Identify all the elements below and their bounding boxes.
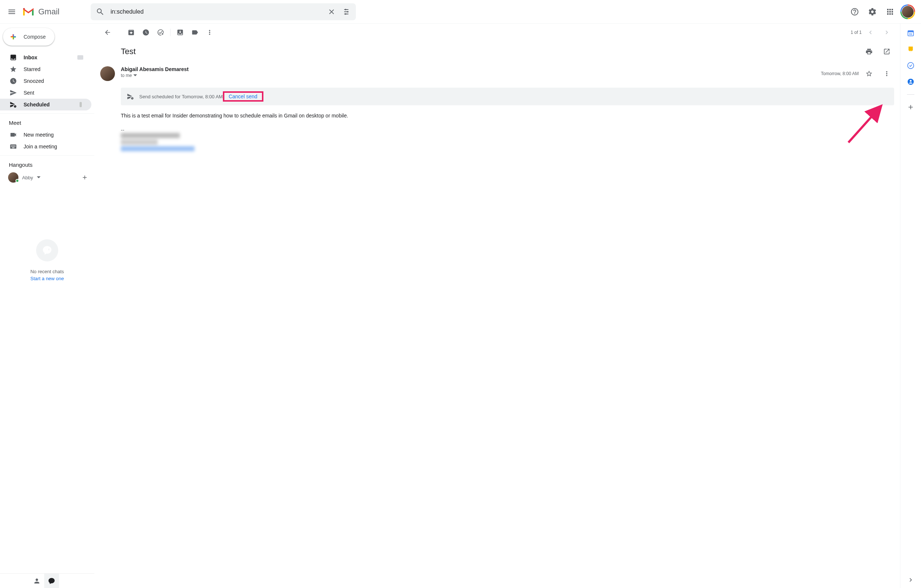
nav-inbox[interactable]: Inbox [0, 52, 91, 63]
older-button[interactable] [879, 25, 894, 40]
dots-vertical-icon [883, 70, 890, 77]
nav-join-meeting[interactable]: Join a meeting [0, 141, 91, 153]
nav-label: Snoozed [24, 78, 44, 84]
gmail-logo-area[interactable]: Gmail [21, 7, 91, 16]
chevron-down-icon [37, 175, 41, 179]
snooze-button[interactable] [138, 25, 153, 40]
move-inbox-icon [176, 29, 184, 36]
no-chats-text: No recent chats [30, 269, 64, 274]
print-icon [866, 48, 873, 55]
sidebar: Compose Inbox Starred Snoozed Sent [0, 24, 94, 588]
sender-avatar [100, 66, 115, 81]
recipient-line[interactable]: to me [121, 73, 189, 78]
hangouts-user-row[interactable]: Abby [0, 171, 94, 184]
hangouts-user-avatar [8, 172, 18, 183]
rail-calendar-button[interactable]: 31 [907, 29, 914, 37]
close-icon [327, 8, 335, 16]
apps-button[interactable] [883, 5, 897, 19]
open-in-new-icon [883, 48, 890, 55]
add-to-tasks-button[interactable] [153, 25, 168, 40]
annotation-arrow [845, 102, 889, 146]
support-button[interactable] [847, 5, 862, 19]
message-timestamp: Tomorrow, 8:00 AM [821, 71, 859, 76]
rail-separator [907, 94, 914, 95]
rail-add-button[interactable] [907, 104, 914, 111]
main-menu-button[interactable] [3, 3, 21, 21]
star-icon [10, 65, 17, 73]
nav-scheduled[interactable]: Scheduled [0, 99, 91, 110]
search-input[interactable] [107, 8, 324, 15]
nav-snoozed[interactable]: Snoozed [0, 75, 91, 87]
open-new-window-button[interactable] [879, 44, 894, 59]
no-chats-area: No recent chats Start a new one [0, 239, 94, 281]
hangouts-heading: Hangouts [0, 159, 94, 171]
nav-label: Join a meeting [24, 144, 57, 149]
pagination-counter: 1 of 1 [851, 30, 862, 35]
search-button[interactable] [93, 5, 107, 19]
print-button[interactable] [862, 44, 876, 59]
gmail-wordmark: Gmail [38, 7, 59, 16]
nav-new-meeting[interactable]: New meeting [0, 129, 91, 141]
chevron-right-icon [907, 576, 914, 583]
nav-sent[interactable]: Sent [0, 87, 91, 99]
chat-bubble-icon [48, 577, 55, 585]
main-panel: 1 of 1 Test [94, 24, 900, 588]
more-actions-button[interactable] [202, 25, 217, 40]
message-more-button[interactable] [879, 66, 894, 81]
search-options-button[interactable] [339, 5, 354, 19]
gear-icon [868, 7, 877, 16]
back-button[interactable] [100, 25, 115, 40]
settings-button[interactable] [865, 5, 880, 19]
gmail-logo-icon [22, 7, 35, 16]
archive-icon [127, 29, 135, 36]
clear-search-button[interactable] [324, 5, 339, 19]
inbox-count-badge [77, 55, 83, 60]
start-new-chat-link[interactable]: Start a new one [0, 276, 94, 281]
new-conversation-button[interactable] [80, 172, 90, 183]
account-button[interactable] [900, 5, 915, 19]
message-toolbar: 1 of 1 [94, 24, 900, 41]
clock-icon [142, 29, 150, 36]
schedule-send-icon [127, 93, 134, 100]
annotation-highlight: Cancel send [223, 91, 264, 102]
rail-contacts-button[interactable] [907, 78, 914, 85]
star-message-button[interactable] [862, 66, 876, 81]
apps-grid-icon [886, 7, 895, 16]
side-panel: 31 [900, 24, 921, 588]
cancel-send-button[interactable]: Cancel send [226, 92, 260, 101]
svg-point-2 [345, 13, 346, 15]
signature-separator: -- [121, 127, 894, 133]
task-add-icon [157, 29, 164, 36]
nav-label: New meeting [24, 132, 54, 138]
nav-label: Starred [24, 66, 41, 72]
labels-button[interactable] [187, 25, 202, 40]
archive-button[interactable] [124, 25, 138, 40]
search-icon [96, 7, 105, 16]
hide-side-panel-button[interactable] [907, 576, 914, 583]
send-icon [10, 89, 17, 96]
rail-keep-button[interactable] [907, 45, 914, 53]
svg-point-10 [910, 80, 912, 82]
svg-text:31: 31 [909, 32, 912, 36]
svg-point-0 [345, 9, 346, 10]
plus-multicolor-icon [7, 31, 19, 43]
move-to-inbox-button[interactable] [173, 25, 187, 40]
nav-label: Sent [24, 90, 34, 96]
hangouts-tab-conversations[interactable] [44, 573, 59, 588]
scheduled-text: Send scheduled for Tomorrow, 8:00 AM [139, 94, 223, 99]
compose-button[interactable]: Compose [3, 28, 55, 45]
scheduled-count-badge [80, 102, 82, 107]
rail-tasks-button[interactable] [907, 62, 914, 69]
message-content: Test Abigail Abesamis Demarest [94, 41, 900, 158]
label-icon [191, 29, 199, 36]
user-avatar [902, 6, 914, 18]
chevron-left-icon [867, 29, 874, 36]
email-body: This is a test email for Insider demonst… [121, 112, 894, 120]
svg-point-8 [908, 63, 914, 69]
person-icon [33, 577, 41, 585]
nav-starred[interactable]: Starred [0, 63, 91, 75]
hangouts-tab-contacts[interactable] [29, 573, 44, 588]
newer-button[interactable] [863, 25, 878, 40]
schedule-send-icon [10, 101, 17, 108]
keyboard-icon [10, 143, 17, 150]
